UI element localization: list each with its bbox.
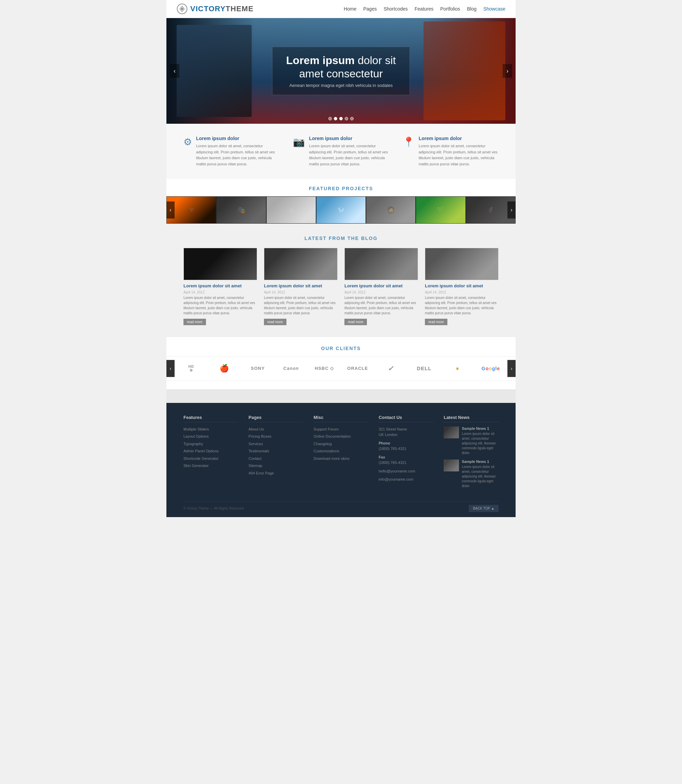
blog-card-1: Lorem ipsum dolor sit amet April 14, 201… [183, 248, 257, 325]
project-thumb-3-inner: ⚔ [267, 197, 316, 223]
footer-col-pages: Pages About Us Pricing Boxes Services Te… [249, 415, 303, 493]
footer-link-about[interactable]: About Us [249, 426, 303, 432]
nav-shortcodes[interactable]: Shortcodes [384, 6, 408, 11]
blog-image-1 [183, 248, 257, 280]
project-thumb-2[interactable]: 🎭 [216, 196, 266, 224]
footer-link-404[interactable]: 404 Error Page [249, 471, 303, 476]
project-thumb-5-inner: 🧔 [366, 197, 415, 223]
client-logo-google: Google [477, 366, 504, 371]
feature-1-text: Lorem ipsum dolor sit amet, consectetur … [196, 143, 279, 167]
nav-portfolios[interactable]: Portfolios [440, 6, 460, 11]
read-more-button-1[interactable]: read more [183, 319, 206, 325]
svg-point-1 [181, 8, 183, 10]
feature-2-title: Lorem ipsum dolor [309, 136, 389, 141]
clients-arrow-left[interactable]: ‹ [166, 360, 175, 377]
project-thumb-6-inner: 💚 [416, 197, 465, 223]
featured-projects-section: FEATURED PROJECTS ‹ 🦇 🎭 ⚔ 🐿 🧔 [166, 179, 516, 224]
hero-dot-5[interactable] [350, 117, 354, 120]
blog-date-3: April 14, 2012 [344, 290, 418, 294]
footer-link-pricing[interactable]: Pricing Boxes [249, 434, 303, 439]
feature-3: 📍 Lorem ipsum dolor Lorem ipsum dolor si… [403, 136, 499, 167]
blog-card-3: Lorem ipsum dolor sit amet April 14, 201… [344, 248, 418, 325]
blog-date-4: April 14, 2012 [425, 290, 499, 294]
footer-link-support[interactable]: Support Forum [314, 426, 369, 432]
feature-1: ⚙ Lorem ipsum dolor Lorem ipsum dolor si… [183, 136, 279, 167]
read-more-button-3[interactable]: read more [344, 319, 367, 325]
spacer [166, 389, 516, 403]
footer-pages-title: Pages [249, 415, 303, 422]
footer-link-layout-options[interactable]: Layout Options [183, 434, 238, 439]
footer-email-2: info@yourname.com [379, 477, 433, 482]
project-thumb-6[interactable]: 💚 [416, 196, 465, 224]
footer-link-skins[interactable]: Download more skins [314, 456, 369, 461]
blog-excerpt-1: Lorem ipsum dolor sit amet, consectetur … [183, 295, 257, 316]
clients-logos: HD⚙ 🍎 SONY Canon HSBC ◇ ORACLE ✓ DELL 🍺 … [175, 361, 507, 376]
footer-copyright: © Victory Theme — All Rights Reserved [183, 507, 244, 510]
footer-link-multiple-sliders[interactable]: Multiple Sliders [183, 426, 238, 432]
footer-link-skin-generator[interactable]: Skin Generator [183, 463, 238, 469]
project-thumb-3[interactable]: ⚔ [266, 196, 316, 224]
read-more-button-2[interactable]: read more [264, 319, 287, 325]
logo-text: VICTORYTHEME [190, 5, 254, 13]
footer-link-customizations[interactable]: Customizations [314, 448, 369, 454]
blog-image-4 [425, 248, 499, 280]
project-strip-arrow-left[interactable]: ‹ [166, 202, 175, 218]
footer-link-testimonials[interactable]: Testimonials [249, 448, 303, 454]
clients-strip: ‹ HD⚙ 🍎 SONY Canon HSBC ◇ ORACLE ✓ DELL … [166, 356, 516, 381]
footer-link-typography[interactable]: Typography [183, 441, 238, 447]
project-thumb-4[interactable]: 🐿 [316, 196, 366, 224]
footer-news-text-2: Sample News 1 Lorem ipsum dolor sit amet… [462, 460, 499, 488]
nav-blog[interactable]: Blog [467, 6, 476, 11]
blog-section: LATEST FROM THE BLOG Lorem ipsum dolor s… [166, 224, 516, 337]
logo-icon [177, 3, 188, 14]
blog-title-1: Lorem ipsum dolor sit amet [183, 283, 257, 289]
feature-2-content: Lorem ipsum dolor Lorem ipsum dolor sit … [309, 136, 389, 167]
footer-features-title: Features [183, 415, 238, 422]
footer-col-contact: Contact Us 321 Street NameUK London Phon… [379, 415, 433, 493]
footer-link-shortcode-generator[interactable]: Shortcode Generator [183, 456, 238, 461]
footer-link-contact[interactable]: Contact [249, 456, 303, 461]
feature-1-content: Lorem ipsum dolor Lorem ipsum dolor sit … [196, 136, 279, 167]
clients-section: OUR CLIENTS ‹ HD⚙ 🍎 SONY Canon HSBC ◇ OR… [166, 337, 516, 389]
footer-news-text-1: Sample News 1 Lorem ipsum dolor sit amet… [462, 426, 499, 455]
blog-date-1: April 14, 2012 [183, 290, 257, 294]
blog-image-2 [264, 248, 338, 280]
blog-image-3 [344, 248, 418, 280]
hero-arrow-left[interactable]: ‹ [170, 64, 179, 78]
read-more-button-4[interactable]: read more [425, 319, 448, 325]
nav-features[interactable]: Features [415, 6, 433, 11]
footer: Features Multiple Sliders Layout Options… [166, 403, 516, 517]
footer-link-docs[interactable]: Online Documentation [314, 434, 369, 439]
footer-contact-title: Contact Us [379, 415, 433, 422]
footer-link-services[interactable]: Services [249, 441, 303, 447]
footer-link-admin-panel[interactable]: Admin Panel Options [183, 448, 238, 454]
client-logo-hsbc: HSBC ◇ [311, 366, 338, 371]
clients-arrow-right[interactable]: › [507, 360, 516, 377]
hero-description: Aenean tempor magna eget nibh vehicula i… [286, 83, 396, 88]
hero-dot-2[interactable] [334, 117, 337, 120]
project-strip-arrow-right[interactable]: › [507, 202, 516, 218]
project-thumb-4-inner: 🐿 [316, 197, 366, 223]
client-logo-apple: 🍎 [211, 364, 238, 373]
footer-bottom: © Victory Theme — All Rights Reserved BA… [183, 501, 499, 512]
client-logo-canon: Canon [277, 366, 305, 371]
footer-link-changelog[interactable]: Changelog [314, 441, 369, 447]
footer-news-excerpt-2: Lorem ipsum dolor sit amet, consectetur … [462, 464, 499, 488]
client-logo-budweiser: 🍺 [444, 366, 471, 370]
hero-arrow-right[interactable]: › [503, 64, 512, 78]
nav-pages[interactable]: Pages [363, 6, 377, 11]
project-thumb-5[interactable]: 🧔 [366, 196, 416, 224]
back-to-top-button[interactable]: BACK TOP ▲ [469, 505, 499, 512]
project-strip: ‹ 🦇 🎭 ⚔ 🐿 🧔 💚 [166, 196, 516, 224]
hero-dot-3[interactable] [339, 117, 343, 120]
footer-address: 321 Street NameUK London [379, 426, 433, 438]
hero-dot-4[interactable] [345, 117, 348, 120]
footer-news-image-2 [444, 460, 459, 471]
hero-dot-1[interactable] [328, 117, 332, 120]
camera-icon: 📷 [293, 136, 305, 167]
nav-showcase[interactable]: Showcase [483, 6, 505, 11]
client-logo-dell: DELL [411, 366, 438, 371]
footer-link-sitemap[interactable]: Sitemap [249, 463, 303, 469]
nav-home[interactable]: Home [344, 6, 356, 11]
logo[interactable]: VICTORYTHEME [177, 3, 254, 14]
